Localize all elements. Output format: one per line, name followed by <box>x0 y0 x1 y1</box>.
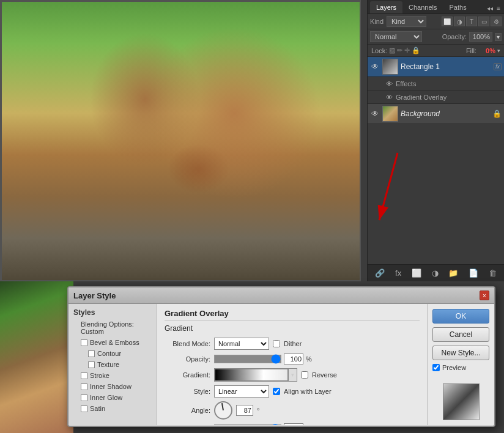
inner-shadow-label: Inner Shadow <box>90 383 132 390</box>
lock-icons: ▨ ✏ ✛ 🔒 <box>389 46 420 54</box>
layer-name-background: Background <box>401 109 490 118</box>
lock-move-btn[interactable]: ✛ <box>404 46 410 54</box>
layer-effects-header[interactable]: 👁 Effects <box>368 77 504 91</box>
add-style-btn[interactable]: fx <box>393 267 404 279</box>
sidebar-bevel-emboss[interactable]: Bevel & Emboss <box>69 337 157 348</box>
dialog-titlebar: Layer Style × <box>69 287 494 304</box>
bevel-checkbox[interactable] <box>81 339 87 346</box>
gradient-preview-btn[interactable]: ▾ <box>214 368 297 382</box>
filter-label: Kind <box>370 18 384 25</box>
filter-smart-btn[interactable]: ⚙ <box>491 17 502 26</box>
delete-layer-btn[interactable]: 🗑 <box>486 267 499 279</box>
stroke-checkbox[interactable] <box>81 372 87 379</box>
dialog-title: Layer Style <box>73 291 480 300</box>
tab-paths[interactable]: Paths <box>443 1 473 13</box>
style-field-select[interactable]: Linear <box>214 385 269 398</box>
sidebar-inner-glow[interactable]: Inner Glow <box>69 392 157 403</box>
inner-glow-checkbox[interactable] <box>81 394 87 401</box>
lock-paint-btn[interactable]: ✏ <box>397 46 402 54</box>
layer-item-rectangle1[interactable]: 👁 Rectangle 1 fx <box>368 57 504 77</box>
filter-select[interactable]: Kind <box>387 16 426 27</box>
lock-all-btn[interactable]: 🔒 <box>412 46 420 54</box>
fx-badge-rectangle1: fx <box>494 63 502 70</box>
new-style-button[interactable]: New Style... <box>432 346 489 360</box>
opacity-field-label: Opacity: <box>165 355 210 363</box>
satin-checkbox[interactable] <box>81 405 87 412</box>
bevel-label: Bevel & Emboss <box>90 339 139 346</box>
scale-value-input[interactable] <box>284 423 303 425</box>
filter-shape-btn[interactable]: ▭ <box>478 17 489 26</box>
new-group-btn[interactable]: 📁 <box>446 267 461 279</box>
opacity-slider[interactable] <box>214 355 281 363</box>
ok-button[interactable]: OK <box>432 309 489 324</box>
gradient-subtitle: Gradient <box>165 324 420 333</box>
fill-arrow-btn[interactable]: ▾ <box>497 48 500 54</box>
dialog-right-panel: OK Cancel New Style... Preview <box>427 304 494 425</box>
contour-label: Contour <box>97 350 121 357</box>
gradient-preview-swatch <box>215 369 288 381</box>
gradient-row: Gradient: ▾ Reverse <box>165 368 420 382</box>
bottom-left-image <box>0 281 73 433</box>
opacity-value-input[interactable] <box>284 353 303 365</box>
preview-checkbox-row: Preview <box>432 364 489 371</box>
style-row: Style: Linear Align with Layer <box>165 385 420 398</box>
link-layers-btn[interactable]: 🔗 <box>372 267 387 279</box>
layer-thumb-rectangle1 <box>382 59 398 75</box>
filter-adjust-btn[interactable]: ◑ <box>454 17 465 26</box>
blend-mode-select[interactable]: Normal <box>370 31 422 42</box>
angle-dial[interactable] <box>214 401 232 420</box>
gradient-overlay-visibility[interactable]: 👁 <box>385 93 393 102</box>
new-adjustment-btn[interactable]: ◑ <box>429 267 441 279</box>
canvas-image <box>2 2 360 280</box>
layer-visibility-rectangle1[interactable]: 👁 <box>370 62 380 72</box>
lock-label: Lock: <box>371 47 387 54</box>
filter-pixel-btn[interactable]: ⬜ <box>442 17 453 26</box>
layer-gradient-overlay-item[interactable]: 👁 Gradient Overlay <box>368 91 504 104</box>
filter-type-btn[interactable]: T <box>466 17 477 26</box>
inner-shadow-checkbox[interactable] <box>81 383 87 390</box>
opacity-row: Opacity: % <box>165 353 420 365</box>
angle-value-input[interactable] <box>236 405 253 416</box>
sidebar-texture[interactable]: Texture <box>69 359 157 370</box>
tab-channels[interactable]: Channels <box>402 1 443 13</box>
align-checkbox[interactable] <box>273 388 280 395</box>
contour-checkbox[interactable] <box>88 350 95 357</box>
sidebar-contour[interactable]: Contour <box>69 348 157 359</box>
new-layer-btn[interactable]: 📄 <box>466 267 481 279</box>
sidebar-inner-shadow[interactable]: Inner Shadow <box>69 381 157 392</box>
sidebar-satin[interactable]: Satin <box>69 403 157 414</box>
panel-collapse-btn[interactable]: ◂◂ <box>486 5 494 12</box>
tab-layers[interactable]: Layers <box>370 1 402 13</box>
lock-transparent-btn[interactable]: ▨ <box>389 46 395 54</box>
reverse-label: Reverse <box>312 371 337 379</box>
effects-label: Effects <box>396 80 416 87</box>
blend-opacity-row: Normal Opacity: ▾ <box>368 29 504 45</box>
opacity-arrow-btn[interactable]: ▾ <box>495 33 502 41</box>
fill-label: Fill: <box>466 47 476 54</box>
reverse-checkbox[interactable] <box>301 371 308 379</box>
cancel-button[interactable]: Cancel <box>432 327 489 342</box>
sidebar-blending-options[interactable]: Blending Options: Custom <box>69 319 157 337</box>
preview-swatch <box>443 383 480 420</box>
blend-mode-field-select[interactable]: Normal <box>214 338 269 350</box>
photo-overlay <box>2 2 360 280</box>
texture-checkbox[interactable] <box>88 361 95 368</box>
gradient-dropdown-btn[interactable]: ▾ <box>288 369 297 381</box>
inner-glow-label: Inner Glow <box>90 394 122 401</box>
opacity-input[interactable] <box>469 32 492 42</box>
dither-checkbox[interactable] <box>273 340 280 347</box>
layer-item-background[interactable]: 👁 Background 🔒 <box>368 104 504 124</box>
dialog-close-btn[interactable]: × <box>480 291 489 300</box>
effects-visibility[interactable]: 👁 <box>385 80 393 88</box>
layers-tab-actions: ◂◂ ≡ <box>486 5 502 13</box>
preview-checkbox[interactable] <box>432 364 440 371</box>
panel-menu-btn[interactable]: ≡ <box>495 5 502 12</box>
gradient-overlay-title: Gradient Overlay <box>165 309 420 320</box>
add-mask-btn[interactable]: ⬜ <box>409 267 424 279</box>
layer-info-background: Background <box>401 109 490 118</box>
dialog-main-content: Gradient Overlay Gradient Blend Mode: No… <box>157 304 427 425</box>
sidebar-stroke[interactable]: Stroke <box>69 370 157 381</box>
scale-slider[interactable] <box>214 424 281 425</box>
layer-visibility-background[interactable]: 👁 <box>370 109 380 119</box>
dither-label: Dither <box>284 340 302 347</box>
